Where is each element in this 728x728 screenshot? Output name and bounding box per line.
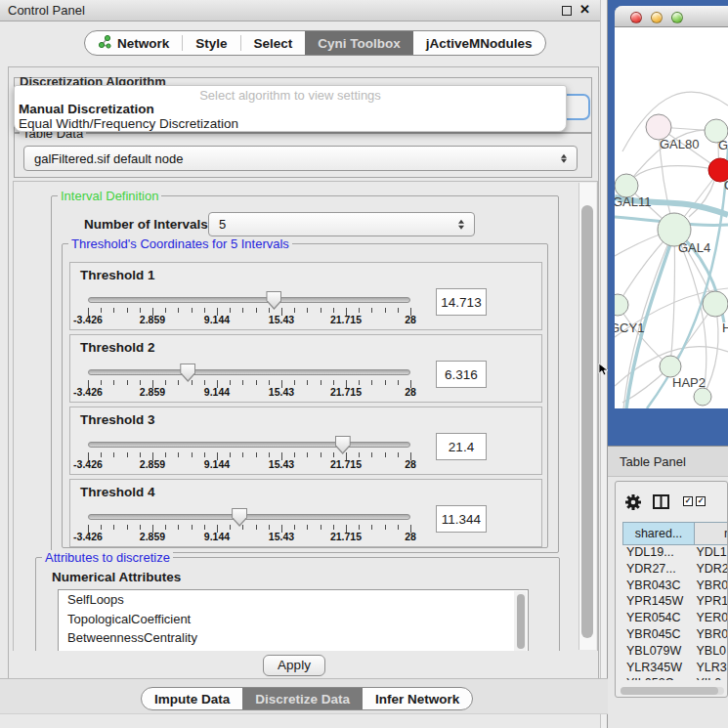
minor-tick (165, 308, 166, 313)
table-panel-bar: Table Panel (608, 446, 728, 477)
vertical-scrollbar-thumb[interactable] (581, 205, 593, 638)
table-row[interactable]: YER054CYER0 (622, 611, 728, 627)
tab-infer-network[interactable]: Infer Network (363, 688, 472, 709)
table-cell-shared-name[interactable]: YPR145W (622, 594, 692, 611)
column-header-shared-name[interactable]: shared... (622, 522, 695, 545)
minor-tick (192, 308, 193, 313)
gear-icon[interactable] (624, 493, 642, 511)
list-scrollbar-thumb[interactable] (517, 594, 525, 649)
close-icon[interactable]: ✕ (579, 2, 590, 17)
minor-tick (333, 525, 334, 530)
table-row[interactable]: YBR045CYBR0 (622, 627, 728, 644)
table-cell-shared-name[interactable]: YIL052C (622, 676, 692, 680)
table-cell-shared-name[interactable]: YLR345W (622, 661, 692, 677)
threshold-value-field[interactable]: 11.344 (436, 505, 487, 533)
minor-tick (385, 380, 386, 385)
table-cell-name[interactable]: YDL1 (692, 545, 728, 562)
table-row[interactable]: YDL19...YDL1 (622, 545, 728, 562)
network-node[interactable] (660, 356, 681, 377)
checkbox-icon[interactable]: ✓ (696, 496, 706, 506)
horizontal-scrollbar[interactable] (621, 687, 724, 695)
popup-option-equal-width-frequency[interactable]: Equal Width/Frequency Discretization (19, 116, 238, 131)
column-header-name[interactable]: n (695, 522, 728, 545)
table-cell-name[interactable]: YLR3 (692, 661, 728, 677)
threshold-slider-thumb[interactable] (232, 508, 247, 527)
threshold-slider-thumb[interactable] (180, 364, 195, 382)
algorithm-dropdown-popup: Select algorithm to view settings Manual… (14, 85, 567, 132)
minor-tick (398, 308, 399, 313)
popup-option-manual-discretization[interactable]: Manual Discretization (19, 102, 154, 116)
axis-tick-label: 21.715 (330, 531, 362, 542)
table-row[interactable]: YBL079WYBL0 (622, 644, 728, 661)
threshold-slider-track[interactable] (88, 442, 410, 448)
threshold-title: Threshold 3 (80, 412, 155, 427)
checkbox-icon[interactable]: ✓ (683, 496, 693, 506)
number-of-intervals-combobox[interactable]: 5 (208, 212, 475, 236)
table-rows: YDL19...YDL1YDR27...YDR2YBR043CYBR0YPR14… (622, 545, 728, 680)
thresholds-group: Threshold's Coordinates for 5 Intervals … (62, 243, 548, 548)
table-cell-shared-name[interactable]: YBR043C (622, 578, 692, 595)
threshold-slider-track[interactable] (88, 369, 410, 375)
minor-tick (398, 380, 399, 385)
table-cell-shared-name[interactable]: YDR27... (622, 562, 692, 578)
control-panel-title: Control Panel (8, 3, 85, 18)
tab-network[interactable]: Network (85, 31, 182, 55)
table-cell-shared-name[interactable]: YDL19... (622, 545, 692, 562)
table-cell-name[interactable]: YIL0 (692, 676, 728, 680)
attribute-list-item[interactable]: SelfLoops (59, 590, 528, 610)
minor-tick (371, 525, 372, 530)
network-node[interactable] (694, 388, 711, 406)
tab-discretize-data[interactable]: Discretize Data (242, 688, 363, 709)
threshold-slider-track[interactable] (88, 514, 410, 520)
network-canvas[interactable]: GAL80GACGAL11GAL4GCY1HHAP2 (615, 27, 728, 408)
table-row[interactable]: YBR043CYBR0 (622, 578, 728, 595)
float-window-icon[interactable] (562, 6, 572, 16)
zoom-traffic-light-icon[interactable] (671, 12, 683, 23)
tab-cyni-toolbox[interactable]: Cyni Toolbox (305, 31, 413, 55)
network-node-label: H (722, 321, 728, 335)
apply-button[interactable]: Apply (263, 655, 325, 676)
network-node[interactable] (703, 291, 728, 317)
apply-bar: Apply (9, 651, 598, 678)
table-row[interactable]: YPR145WYPR1 (622, 594, 728, 611)
axis-tick-label: 21.715 (330, 458, 362, 470)
table-row[interactable]: YIL052CYIL0 (622, 676, 728, 680)
minor-tick (192, 380, 193, 385)
table-cell-name[interactable]: YBL0 (692, 644, 728, 661)
table-row[interactable]: YDR27...YDR2 (622, 562, 728, 578)
table-cell-name[interactable]: YDR2 (692, 562, 728, 578)
table-cell-name[interactable]: YBR0 (692, 627, 728, 644)
table-cell-name[interactable]: YBR0 (692, 578, 728, 595)
minimize-traffic-light-icon[interactable] (651, 12, 663, 23)
minor-tick (140, 525, 141, 530)
table-cell-shared-name[interactable]: YER054C (622, 611, 692, 627)
table-cell-shared-name[interactable]: YBR045C (622, 627, 692, 644)
table-row[interactable]: YLR345WYLR3 (622, 661, 728, 677)
numerical-attributes-list[interactable]: SelfLoopsTopologicalCoefficientBetweenne… (58, 589, 529, 652)
minor-tick (371, 308, 372, 313)
threshold-value-field[interactable]: 6.316 (436, 361, 487, 388)
threshold-slider-track[interactable] (88, 297, 410, 303)
threshold-slider-thumb[interactable] (335, 436, 351, 454)
horizontal-scrollbar-thumb[interactable] (621, 687, 718, 695)
close-traffic-light-icon[interactable] (630, 12, 642, 23)
tab-select[interactable]: Select (241, 31, 306, 55)
table-data-combobox[interactable]: galFiltered.sif default node (23, 146, 578, 171)
combo-spinner-icon (458, 218, 465, 231)
list-scrollbar[interactable] (514, 591, 527, 652)
tab-style[interactable]: Style (183, 31, 239, 55)
table-cell-name[interactable]: YER0 (692, 611, 728, 627)
algorithm-popup-hint: Select algorithm to view settings (15, 88, 566, 103)
column-layout-icon[interactable] (653, 494, 669, 509)
tab-impute-data[interactable]: Impute Data (142, 688, 242, 709)
threshold-value-field[interactable]: 14.713 (436, 288, 487, 316)
minor-tick (294, 452, 295, 457)
minor-tick (359, 452, 360, 457)
threshold-value-field[interactable]: 21.4 (436, 433, 487, 460)
table-cell-shared-name[interactable]: YBL079W (622, 644, 692, 661)
attribute-list-item[interactable]: BetweennessCentrality (59, 628, 528, 648)
tab-jactivemnodules[interactable]: jActiveMNodules (413, 31, 545, 55)
network-node[interactable] (615, 294, 628, 316)
table-cell-name[interactable]: YPR1 (692, 594, 728, 611)
attribute-list-item[interactable]: TopologicalCoefficient (59, 610, 528, 629)
